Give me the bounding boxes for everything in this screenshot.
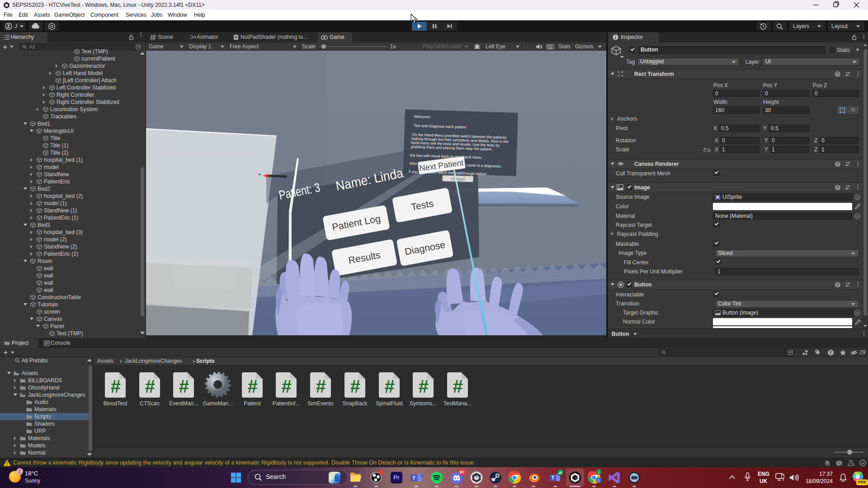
svg-text:T: T — [552, 475, 555, 480]
svg-text:T: T — [412, 475, 415, 481]
svg-text:Video!: Video! — [451, 176, 465, 182]
svg-text:?: ? — [836, 185, 839, 190]
svg-text:VR: VR — [633, 479, 636, 482]
svg-text:?: ? — [836, 282, 839, 287]
svg-text:?: ? — [836, 72, 839, 77]
svg-text:Welcome!: Welcome! — [414, 114, 430, 119]
svg-text:?: ? — [836, 162, 839, 167]
